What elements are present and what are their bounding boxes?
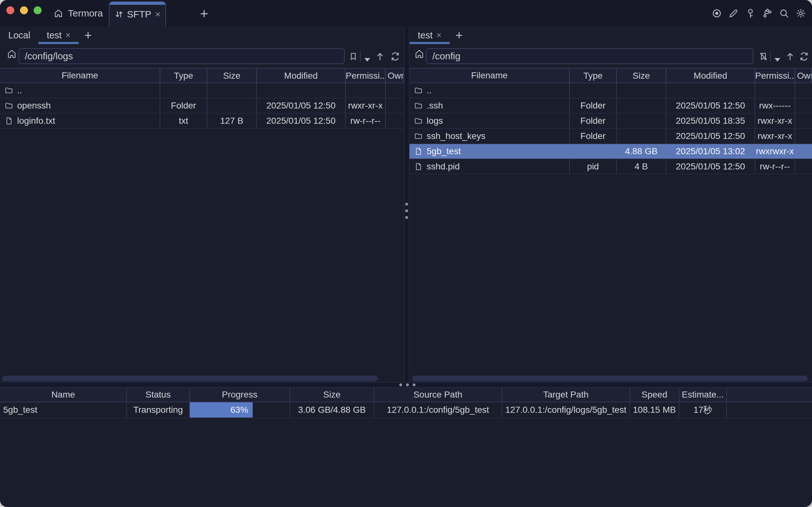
column-header-filename[interactable]: Filename (0, 68, 160, 82)
table-row-sshd-pid[interactable]: sshd.pid pid 4 B 2025/01/05 12:50 rw-r--… (410, 159, 812, 174)
filename-label: .. (427, 83, 432, 98)
filename-label: .ssh (427, 98, 443, 113)
transfer-source-path: 127.0.0.1:/config/5gb_test (374, 402, 502, 417)
column-header-type[interactable]: Type (160, 68, 207, 82)
left-pane: Local test × + (0, 26, 404, 382)
splitter-handle-icon (405, 203, 408, 219)
home-icon[interactable] (414, 49, 425, 59)
home-icon[interactable] (6, 49, 17, 59)
transfer-estimate: 17秒 (679, 402, 727, 417)
filename-label: loginfo.txt (17, 114, 55, 128)
parent-directory-icon[interactable] (785, 51, 796, 62)
close-window-button[interactable] (6, 6, 14, 14)
edit-icon[interactable] (728, 8, 739, 19)
column-header-type[interactable]: Type (570, 68, 617, 82)
chevron-down-icon[interactable] (772, 54, 783, 65)
zoom-window-button[interactable] (34, 6, 42, 14)
column-header-estimate[interactable]: Estimate... (679, 388, 727, 402)
search-icon[interactable] (779, 8, 790, 19)
column-header-filename[interactable]: Filename (410, 68, 570, 82)
table-row-5gb-test-selected[interactable]: 5gb_test 4.88 GB 2025/01/05 13:02 rwxrwx… (410, 144, 812, 159)
column-header-owner[interactable]: Owner (386, 68, 404, 82)
column-header-speed[interactable]: Speed (630, 388, 679, 402)
close-tab-icon[interactable]: × (436, 31, 442, 40)
divider (770, 51, 771, 62)
column-header-status[interactable]: Status (127, 388, 190, 402)
refresh-icon[interactable] (799, 51, 809, 62)
filename-label: .. (17, 83, 22, 98)
refresh-icon[interactable] (390, 51, 400, 62)
right-path-input[interactable] (426, 48, 754, 64)
chevron-down-icon[interactable] (362, 54, 373, 65)
close-sftp-tab-icon[interactable]: × (155, 9, 161, 19)
left-pathbar (0, 44, 404, 68)
filename-label: ssh_host_keys (427, 129, 485, 144)
record-icon[interactable] (711, 8, 722, 19)
tab-test-right[interactable]: test × (410, 26, 450, 44)
column-header-owner[interactable]: Owner (795, 68, 812, 82)
tab-test-left[interactable]: test × (39, 26, 79, 44)
column-header-progress[interactable]: Progress (190, 388, 290, 402)
column-header-name[interactable]: Name (0, 388, 127, 402)
parent-directory-icon[interactable] (375, 51, 385, 62)
column-header-size[interactable]: Size (207, 68, 257, 82)
column-header-permissions[interactable]: Permissi... (346, 68, 386, 82)
bookmark-off-icon[interactable] (758, 51, 769, 62)
filename-label: sshd.pid (427, 159, 459, 174)
right-horizontal-scrollbar (410, 375, 812, 382)
divider (360, 51, 361, 62)
table-row-openssh[interactable]: openssh Folder 2025/01/05 12:50 rwxr-xr-… (0, 98, 404, 114)
table-row-ssh[interactable]: .ssh Folder 2025/01/05 12:50 rwx------ (410, 98, 812, 114)
file-icon (414, 162, 423, 171)
column-header-target-path[interactable]: Target Path (502, 388, 630, 402)
folder-icon (4, 101, 13, 110)
add-pane-tab-button[interactable]: + (79, 26, 98, 44)
minimize-window-button[interactable] (20, 6, 28, 14)
tab-local-label: Local (8, 30, 30, 41)
transfer-arrows-icon (114, 9, 124, 19)
titlebar-actions (711, 0, 806, 26)
table-row-logs[interactable]: logs Folder 2025/01/05 18:35 rwxr-xr-x (410, 114, 812, 129)
table-row-loginfo[interactable]: loginfo.txt txt 127 B 2025/01/05 12:50 r… (0, 114, 404, 129)
sftp-tab-label: SFTP (127, 9, 151, 20)
transfer-target-path: 127.0.0.1:/config/logs/5gb_test (502, 402, 630, 417)
close-tab-icon[interactable]: × (65, 31, 70, 40)
table-row-ssh-host-keys[interactable]: ssh_host_keys Folder 2025/01/05 12:50 rw… (410, 129, 812, 144)
file-icon (4, 116, 13, 125)
app-window: Termora SFTP × + (0, 0, 812, 507)
column-header-modified[interactable]: Modified (666, 68, 755, 82)
filename-label: openssh (17, 98, 51, 113)
left-horizontal-scrollbar (0, 375, 404, 382)
left-pane-tabs: Local test × + (0, 26, 404, 44)
left-path-input[interactable] (18, 48, 345, 64)
header-filler (727, 388, 812, 402)
bookmark-icon[interactable] (348, 51, 359, 62)
table-row-parent-dir[interactable]: .. (0, 83, 404, 98)
tab-home[interactable]: Termora (53, 0, 103, 26)
column-header-size[interactable]: Size (617, 68, 666, 82)
tab-sftp[interactable]: SFTP × (109, 1, 166, 26)
scrollbar-thumb[interactable] (2, 376, 378, 381)
transfer-row-5gb-test[interactable]: 5gb_test Transporting 63% 3.06 GB/4.88 G… (0, 402, 812, 418)
table-row-parent-dir[interactable]: .. (410, 83, 812, 98)
left-file-table: Filename Type Size Modified Permissi... … (0, 68, 404, 129)
tab-test-left-label: test (47, 30, 62, 41)
file-icon (414, 147, 423, 156)
folder-icon (4, 86, 13, 95)
new-tab-button[interactable]: + (196, 6, 212, 21)
transfer-splitter[interactable] (0, 382, 812, 388)
column-header-source-path[interactable]: Source Path (374, 388, 502, 402)
pane-splitter[interactable] (404, 26, 410, 382)
settings-gear-icon[interactable] (796, 8, 806, 19)
add-pane-tab-button[interactable]: + (450, 26, 469, 44)
folder-icon (414, 101, 423, 110)
column-header-modified[interactable]: Modified (257, 68, 346, 82)
scrollbar-thumb[interactable] (412, 376, 808, 381)
tab-local[interactable]: Local (0, 26, 39, 44)
branch-icon[interactable] (762, 8, 773, 19)
column-header-permissions[interactable]: Permissi... (755, 68, 795, 82)
home-tab-label: Termora (68, 8, 103, 19)
column-header-size[interactable]: Size (290, 388, 374, 402)
filename-label: 5gb_test (427, 144, 461, 159)
key-icon[interactable] (745, 8, 756, 19)
